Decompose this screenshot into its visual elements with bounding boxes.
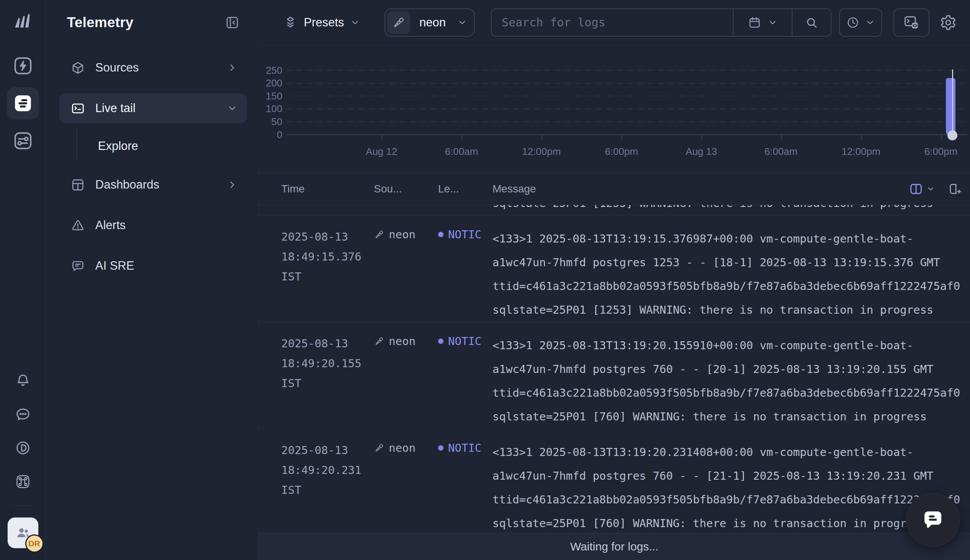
- log-message: <133>1 2025-08-13T13:19:20.155910+00:00 …: [492, 333, 970, 428]
- sidebar-item-label: AI SRE: [95, 259, 134, 273]
- calendar-icon: [748, 16, 762, 30]
- notifications-button[interactable]: [12, 369, 35, 392]
- sidebar-header: Telemetry: [46, 0, 258, 45]
- sidebar-item-ai-sre[interactable]: AI SRE: [59, 251, 247, 281]
- log-source: neon: [374, 333, 438, 428]
- log-source: neon: [374, 227, 438, 322]
- chevron-down-icon: [457, 18, 467, 28]
- gridline: [286, 83, 967, 84]
- rail-item-metrics[interactable]: [7, 125, 39, 157]
- column-header-level[interactable]: Le...: [438, 183, 492, 195]
- y-axis-tick: 150: [259, 91, 282, 101]
- log-table-header: Time Sou... Le... Message: [259, 173, 970, 205]
- search-group: [491, 8, 832, 37]
- column-header-source[interactable]: Sou...: [374, 183, 438, 195]
- x-axis-label: Aug 12: [366, 146, 397, 158]
- chevron-down-icon: [227, 103, 238, 113]
- x-axis-label: 6:00am: [765, 146, 798, 158]
- clipped-log-row[interactable]: sqlstate=25P01 [1253] WARNING: there is …: [259, 205, 970, 215]
- log-time: 2025-08-13 18:49:15.376 IST: [281, 227, 374, 322]
- sidebar-item-live-tail[interactable]: Live tail: [59, 93, 247, 123]
- presets-button[interactable]: Presets: [283, 15, 360, 30]
- gridline: [286, 70, 967, 71]
- chat-fab[interactable]: [906, 493, 960, 547]
- level-dot: [438, 232, 443, 237]
- chat-bubble-icon: [920, 507, 945, 532]
- sidebar-item-label: Live tail: [95, 102, 135, 115]
- collapse-sidebar-button[interactable]: [225, 15, 240, 30]
- bell-icon: [15, 372, 32, 389]
- x-axis-tickmark: [622, 135, 622, 140]
- sidebar-item-label: Explore: [98, 139, 138, 153]
- app-root: DR Telemetry: [0, 0, 970, 560]
- log-message: <133>1 2025-08-13T13:19:15.376987+00:00 …: [492, 227, 970, 322]
- sidebar-item-explore[interactable]: Explore: [59, 134, 247, 158]
- log-row[interactable]: 2025-08-13 18:49:20.155 IST neon: [259, 322, 970, 429]
- shortcuts-button[interactable]: [12, 470, 35, 493]
- clipped-log-text: sqlstate=25P01 [1253] WARNING: there is …: [492, 205, 970, 215]
- chevron-down-icon: [927, 185, 935, 193]
- y-axis-tick: 200: [259, 78, 282, 88]
- chevron-right-icon: [227, 62, 238, 73]
- avatar-initials-badge: DR: [25, 534, 43, 553]
- log-time: 2025-08-13 18:49:20.231 IST: [281, 440, 374, 533]
- source-value: neon: [419, 16, 446, 30]
- user-avatar[interactable]: DR: [7, 517, 38, 548]
- x-axis-tickmark: [941, 135, 942, 140]
- layers-icon: [283, 15, 298, 30]
- chevron-down-icon: [768, 18, 778, 28]
- y-axis-tick: 250: [259, 65, 282, 75]
- query-console-button[interactable]: [893, 8, 930, 37]
- log-rows: sqlstate=25P01 [1253] WARNING: there is …: [259, 205, 970, 533]
- gridline: [286, 96, 967, 97]
- rail-item-logs[interactable]: [7, 87, 39, 119]
- presets-label: Presets: [304, 16, 344, 30]
- search-button[interactable]: [792, 9, 831, 36]
- add-column-button[interactable]: [948, 182, 962, 196]
- column-header-message[interactable]: Message: [492, 183, 536, 195]
- column-header-time[interactable]: Time: [281, 183, 374, 195]
- waiting-status: Waiting for logs...: [570, 540, 658, 553]
- y-axis-tick: 0: [259, 130, 282, 140]
- x-axis-tickmark: [462, 135, 462, 140]
- x-axis-tickmark: [781, 135, 782, 140]
- x-axis-tickmark: [542, 135, 542, 140]
- telescope-icon: [374, 229, 385, 240]
- chart-cursor-line[interactable]: [952, 69, 953, 136]
- log-row[interactable]: 2025-08-13 18:49:15.376 IST neon: [259, 215, 970, 322]
- x-axis-tickmark: [861, 135, 862, 140]
- feedback-button[interactable]: [12, 403, 35, 426]
- gear-icon: [939, 14, 957, 32]
- command-icon: [15, 473, 32, 490]
- telescope-icon: [374, 336, 385, 347]
- sidebar-item-dashboards[interactable]: Dashboards: [59, 170, 247, 200]
- x-axis-label: 6:00am: [445, 146, 478, 158]
- columns-layout-button[interactable]: [909, 182, 935, 196]
- log-level: NOTIC: [438, 333, 492, 428]
- chart-cursor-handle[interactable]: [947, 130, 957, 140]
- sidebar-item-alerts[interactable]: Alerts: [59, 210, 247, 240]
- search-icon: [804, 15, 819, 30]
- gridline: [286, 121, 967, 122]
- chart-bar-latest[interactable]: [946, 78, 955, 134]
- status-bar: Waiting for logs...: [259, 533, 970, 560]
- rail-item-apm[interactable]: [7, 50, 39, 82]
- terminal-code-icon: [903, 14, 920, 31]
- sidebar-item-sources[interactable]: Sources: [59, 53, 247, 83]
- dashboard-grid-icon: [71, 178, 85, 192]
- x-axis-tickmark: [702, 135, 702, 140]
- time-range-button[interactable]: [839, 8, 882, 37]
- search-input[interactable]: [492, 9, 733, 36]
- date-filter-button[interactable]: [733, 9, 792, 36]
- columns-icon: [909, 182, 923, 196]
- x-axis-line: [286, 134, 967, 135]
- x-axis-label: Aug 13: [686, 146, 717, 158]
- source-selector[interactable]: neon: [385, 8, 475, 37]
- log-row[interactable]: 2025-08-13 18:49:20.231 IST neon: [259, 429, 970, 533]
- sidebar-item-label: Alerts: [95, 218, 125, 232]
- theme-toggle-button[interactable]: [12, 437, 35, 459]
- sidebar: Telemetry Sourc: [46, 0, 259, 560]
- rail-divider: [11, 505, 35, 506]
- add-column-icon: [948, 182, 962, 196]
- settings-button[interactable]: [939, 14, 957, 32]
